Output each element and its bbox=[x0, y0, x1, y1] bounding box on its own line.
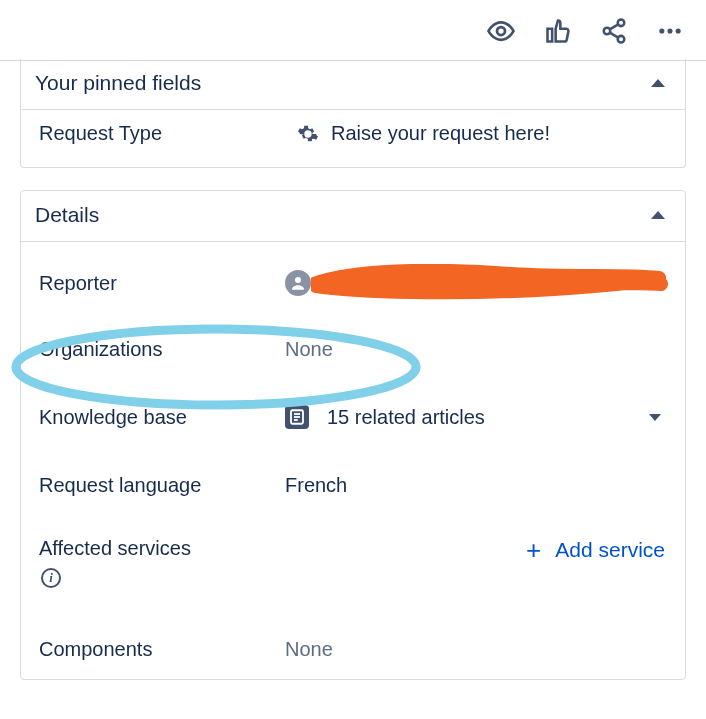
avatar-icon bbox=[285, 270, 311, 296]
request-language-value[interactable]: French bbox=[285, 471, 669, 497]
request-type-label: Request Type bbox=[39, 122, 297, 145]
svg-line-5 bbox=[610, 33, 618, 38]
svg-point-1 bbox=[618, 20, 625, 27]
redaction-annotation bbox=[327, 270, 669, 296]
svg-point-2 bbox=[604, 28, 611, 35]
request-language-row: Request language French bbox=[21, 449, 685, 519]
article-icon bbox=[285, 405, 309, 429]
watch-icon[interactable] bbox=[486, 16, 516, 46]
chevron-up-icon bbox=[651, 211, 665, 219]
svg-line-4 bbox=[610, 24, 618, 29]
thumbs-up-icon[interactable] bbox=[544, 17, 572, 45]
organizations-value[interactable]: None bbox=[285, 338, 669, 361]
chevron-down-icon[interactable] bbox=[649, 414, 661, 421]
knowledge-base-row: Knowledge base 15 related articles bbox=[21, 379, 685, 449]
info-icon[interactable]: i bbox=[41, 568, 61, 588]
organizations-label: Organizations bbox=[39, 338, 285, 361]
gear-icon[interactable] bbox=[297, 123, 331, 145]
chevron-up-icon bbox=[651, 79, 665, 87]
request-type-row: Request Type Raise your request here! bbox=[21, 110, 685, 167]
svg-point-6 bbox=[659, 28, 664, 33]
add-service-label: Add service bbox=[555, 538, 665, 562]
affected-services-label: Affected services i bbox=[39, 537, 285, 588]
details-panel: Details Reporter Organizations None Know… bbox=[20, 190, 686, 680]
plus-icon: + bbox=[526, 537, 541, 563]
knowledge-base-value[interactable]: 15 related articles bbox=[285, 405, 669, 429]
knowledge-base-label: Knowledge base bbox=[39, 406, 285, 429]
affected-services-row: Affected services i + Add service bbox=[21, 519, 685, 612]
more-icon[interactable] bbox=[656, 17, 684, 45]
svg-point-8 bbox=[676, 28, 681, 33]
top-toolbar bbox=[0, 0, 706, 61]
details-title: Details bbox=[35, 203, 99, 227]
pinned-fields-title: Your pinned fields bbox=[35, 71, 201, 95]
pinned-fields-header[interactable]: Your pinned fields bbox=[21, 59, 685, 110]
knowledge-base-text: 15 related articles bbox=[327, 406, 485, 429]
components-value[interactable]: None bbox=[285, 638, 669, 661]
svg-point-0 bbox=[497, 27, 505, 35]
components-row: Components None bbox=[21, 612, 685, 679]
organizations-row: Organizations None bbox=[21, 320, 685, 379]
pinned-fields-panel: Your pinned fields Request Type Raise yo… bbox=[20, 59, 686, 168]
details-header[interactable]: Details bbox=[21, 191, 685, 242]
request-type-value[interactable]: Raise your request here! bbox=[331, 122, 669, 145]
add-service-button[interactable]: + Add service bbox=[526, 537, 665, 563]
request-language-label: Request language bbox=[39, 471, 285, 499]
svg-point-9 bbox=[295, 277, 301, 283]
reporter-row: Reporter bbox=[21, 242, 685, 320]
svg-point-7 bbox=[667, 28, 672, 33]
components-label: Components bbox=[39, 638, 285, 661]
svg-point-3 bbox=[618, 36, 625, 43]
reporter-value[interactable] bbox=[285, 270, 669, 296]
share-icon[interactable] bbox=[600, 17, 628, 45]
reporter-label: Reporter bbox=[39, 272, 285, 295]
